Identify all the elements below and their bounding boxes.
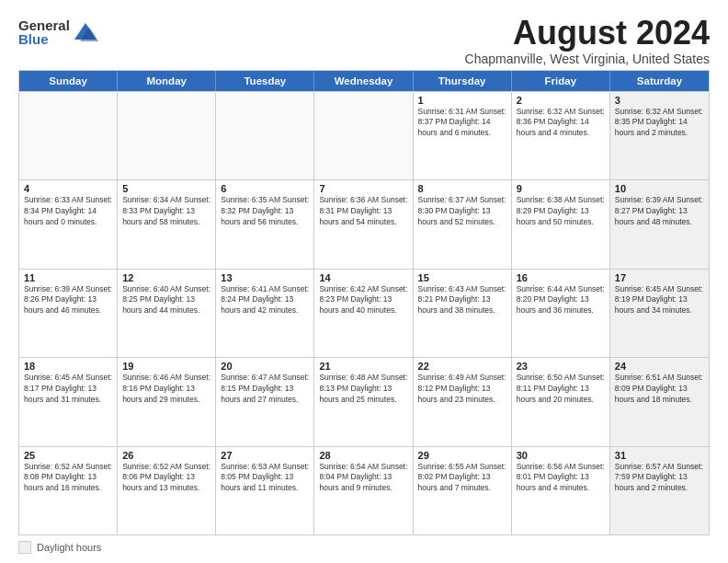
cal-cell-17: 17Sunrise: 6:45 AM Sunset: 8:19 PM Dayli… <box>610 270 709 357</box>
cal-cell-3: 3Sunrise: 6:32 AM Sunset: 8:35 PM Daylig… <box>610 92 709 179</box>
logo-general-text: General <box>18 18 70 32</box>
cal-cell-empty-2 <box>216 92 314 179</box>
header-day-wednesday: Wednesday <box>314 71 413 91</box>
day-info: Sunrise: 6:54 AM Sunset: 8:04 PM Dayligh… <box>319 462 407 495</box>
cal-cell-4: 4Sunrise: 6:33 AM Sunset: 8:34 PM Daylig… <box>19 180 118 268</box>
cal-cell-empty-1 <box>118 92 216 179</box>
day-number: 4 <box>24 183 112 194</box>
day-number: 23 <box>517 361 605 372</box>
logo: General Blue <box>18 18 98 46</box>
daylight-label: Daylight hours <box>37 542 101 553</box>
header-day-monday: Monday <box>118 71 216 91</box>
cal-cell-empty-3 <box>314 92 413 179</box>
cal-cell-12: 12Sunrise: 6:40 AM Sunset: 8:25 PM Dayli… <box>118 270 216 357</box>
day-info: Sunrise: 6:49 AM Sunset: 8:12 PM Dayligh… <box>418 373 506 406</box>
cal-cell-9: 9Sunrise: 6:38 AM Sunset: 8:29 PM Daylig… <box>512 180 610 268</box>
day-info: Sunrise: 6:45 AM Sunset: 8:19 PM Dayligh… <box>615 284 704 317</box>
cal-cell-31: 31Sunrise: 6:57 AM Sunset: 7:59 PM Dayli… <box>610 447 709 534</box>
day-number: 7 <box>319 183 407 194</box>
cal-cell-22: 22Sunrise: 6:49 AM Sunset: 8:12 PM Dayli… <box>414 358 512 445</box>
cal-cell-20: 20Sunrise: 6:47 AM Sunset: 8:15 PM Dayli… <box>216 358 314 445</box>
day-info: Sunrise: 6:39 AM Sunset: 8:26 PM Dayligh… <box>24 284 112 317</box>
day-number: 17 <box>615 272 704 283</box>
cal-cell-15: 15Sunrise: 6:43 AM Sunset: 8:21 PM Dayli… <box>414 270 512 357</box>
cal-cell-18: 18Sunrise: 6:45 AM Sunset: 8:17 PM Dayli… <box>19 358 118 445</box>
day-info: Sunrise: 6:36 AM Sunset: 8:31 PM Dayligh… <box>319 195 407 228</box>
day-info: Sunrise: 6:47 AM Sunset: 8:15 PM Dayligh… <box>221 373 309 406</box>
day-info: Sunrise: 6:40 AM Sunset: 8:25 PM Dayligh… <box>122 284 210 317</box>
week-row-2: 11Sunrise: 6:39 AM Sunset: 8:26 PM Dayli… <box>19 269 709 357</box>
day-info: Sunrise: 6:32 AM Sunset: 8:35 PM Dayligh… <box>615 107 704 140</box>
subtitle: Chapmanville, West Virginia, United Stat… <box>465 52 710 66</box>
day-info: Sunrise: 6:56 AM Sunset: 8:01 PM Dayligh… <box>517 462 605 495</box>
week-row-3: 18Sunrise: 6:45 AM Sunset: 8:17 PM Dayli… <box>19 357 709 445</box>
day-number: 29 <box>418 450 506 461</box>
cal-cell-8: 8Sunrise: 6:37 AM Sunset: 8:30 PM Daylig… <box>414 180 512 268</box>
day-info: Sunrise: 6:52 AM Sunset: 8:08 PM Dayligh… <box>24 462 112 495</box>
day-number: 3 <box>615 95 704 106</box>
cal-cell-7: 7Sunrise: 6:36 AM Sunset: 8:31 PM Daylig… <box>314 180 413 268</box>
cal-cell-19: 19Sunrise: 6:46 AM Sunset: 8:16 PM Dayli… <box>118 358 216 445</box>
cal-cell-13: 13Sunrise: 6:41 AM Sunset: 8:24 PM Dayli… <box>216 270 314 357</box>
cal-cell-24: 24Sunrise: 6:51 AM Sunset: 8:09 PM Dayli… <box>610 358 709 445</box>
day-number: 21 <box>319 361 407 372</box>
day-number: 1 <box>418 95 506 106</box>
day-info: Sunrise: 6:35 AM Sunset: 8:32 PM Dayligh… <box>221 195 309 228</box>
cal-cell-21: 21Sunrise: 6:48 AM Sunset: 8:13 PM Dayli… <box>314 358 413 445</box>
day-number: 30 <box>517 450 605 461</box>
cal-cell-26: 26Sunrise: 6:52 AM Sunset: 8:06 PM Dayli… <box>118 447 216 534</box>
day-number: 13 <box>221 272 309 283</box>
day-info: Sunrise: 6:50 AM Sunset: 8:11 PM Dayligh… <box>517 373 605 406</box>
day-number: 31 <box>615 450 704 461</box>
cal-cell-14: 14Sunrise: 6:42 AM Sunset: 8:23 PM Dayli… <box>314 270 413 357</box>
cal-cell-10: 10Sunrise: 6:39 AM Sunset: 8:27 PM Dayli… <box>610 180 709 268</box>
day-info: Sunrise: 6:32 AM Sunset: 8:36 PM Dayligh… <box>517 107 605 140</box>
day-number: 11 <box>24 272 112 283</box>
day-number: 19 <box>122 361 210 372</box>
day-number: 5 <box>122 183 210 194</box>
day-info: Sunrise: 6:34 AM Sunset: 8:33 PM Dayligh… <box>122 195 210 228</box>
day-number: 25 <box>24 450 112 461</box>
day-number: 22 <box>418 361 506 372</box>
day-info: Sunrise: 6:39 AM Sunset: 8:27 PM Dayligh… <box>615 195 704 228</box>
calendar: SundayMondayTuesdayWednesdayThursdayFrid… <box>18 70 710 535</box>
day-number: 14 <box>319 272 407 283</box>
cal-cell-29: 29Sunrise: 6:55 AM Sunset: 8:02 PM Dayli… <box>414 447 512 534</box>
day-info: Sunrise: 6:37 AM Sunset: 8:30 PM Dayligh… <box>418 195 506 228</box>
header-day-saturday: Saturday <box>610 71 709 91</box>
daylight-box <box>18 541 31 554</box>
week-row-0: 1Sunrise: 6:31 AM Sunset: 8:37 PM Daylig… <box>19 91 709 179</box>
cal-cell-empty-0 <box>19 92 118 179</box>
day-info: Sunrise: 6:38 AM Sunset: 8:29 PM Dayligh… <box>517 195 605 228</box>
day-info: Sunrise: 6:53 AM Sunset: 8:05 PM Dayligh… <box>221 462 309 495</box>
calendar-header: SundayMondayTuesdayWednesdayThursdayFrid… <box>19 71 709 91</box>
day-info: Sunrise: 6:44 AM Sunset: 8:20 PM Dayligh… <box>517 284 605 317</box>
day-info: Sunrise: 6:33 AM Sunset: 8:34 PM Dayligh… <box>24 195 112 228</box>
calendar-body: 1Sunrise: 6:31 AM Sunset: 8:37 PM Daylig… <box>19 91 709 534</box>
header-day-friday: Friday <box>512 71 610 91</box>
day-number: 15 <box>418 272 506 283</box>
cal-cell-28: 28Sunrise: 6:54 AM Sunset: 8:04 PM Dayli… <box>314 447 413 534</box>
day-number: 12 <box>122 272 210 283</box>
day-info: Sunrise: 6:55 AM Sunset: 8:02 PM Dayligh… <box>418 462 506 495</box>
day-info: Sunrise: 6:41 AM Sunset: 8:24 PM Dayligh… <box>221 284 309 317</box>
day-number: 8 <box>418 183 506 194</box>
day-number: 18 <box>24 361 112 372</box>
week-row-1: 4Sunrise: 6:33 AM Sunset: 8:34 PM Daylig… <box>19 179 709 268</box>
day-number: 26 <box>122 450 210 461</box>
logo-icon <box>73 19 98 45</box>
day-number: 6 <box>221 183 309 194</box>
day-info: Sunrise: 6:48 AM Sunset: 8:13 PM Dayligh… <box>319 373 407 406</box>
cal-cell-1: 1Sunrise: 6:31 AM Sunset: 8:37 PM Daylig… <box>414 92 512 179</box>
footer: Daylight hours <box>18 541 710 554</box>
day-number: 2 <box>517 95 605 106</box>
logo-blue-text: Blue <box>18 32 70 46</box>
header-day-thursday: Thursday <box>414 71 512 91</box>
day-number: 20 <box>221 361 309 372</box>
cal-cell-27: 27Sunrise: 6:53 AM Sunset: 8:05 PM Dayli… <box>216 447 314 534</box>
day-number: 28 <box>319 450 407 461</box>
cal-cell-16: 16Sunrise: 6:44 AM Sunset: 8:20 PM Dayli… <box>512 270 610 357</box>
week-row-4: 25Sunrise: 6:52 AM Sunset: 8:08 PM Dayli… <box>19 446 709 534</box>
day-info: Sunrise: 6:45 AM Sunset: 8:17 PM Dayligh… <box>24 373 112 406</box>
cal-cell-2: 2Sunrise: 6:32 AM Sunset: 8:36 PM Daylig… <box>512 92 610 179</box>
